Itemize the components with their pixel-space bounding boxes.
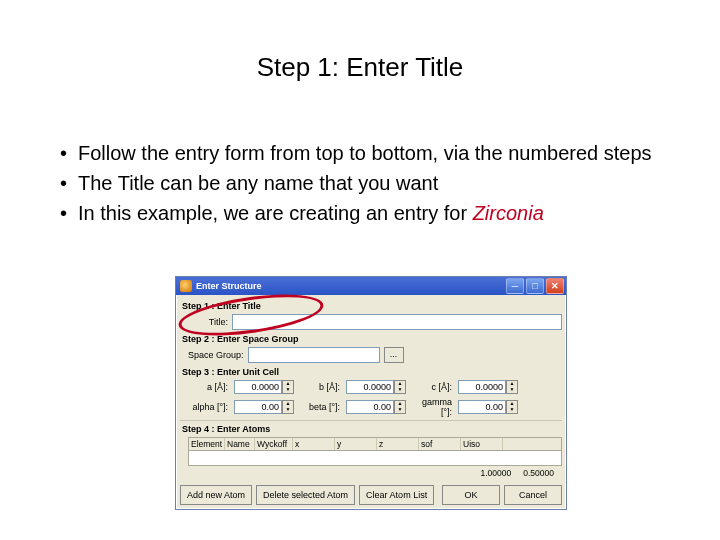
beta-input[interactable]: 0.00▲▼ — [346, 400, 406, 414]
col-wyckoff[interactable]: Wyckoff — [255, 438, 293, 450]
step2-label: Step 2 : Enter Space Group — [182, 334, 562, 344]
b-label: b [Å]: — [300, 382, 340, 392]
default-uiso: 0.50000 — [523, 468, 554, 478]
title-input[interactable] — [232, 314, 562, 330]
slide-title: Step 1: Enter Title — [0, 52, 720, 83]
col-y[interactable]: y — [335, 438, 377, 450]
spacegroup-browse-button[interactable]: ... — [384, 347, 404, 363]
b-input[interactable]: 0.0000▲▼ — [346, 380, 406, 394]
step4-label: Step 4 : Enter Atoms — [182, 424, 562, 434]
app-window: Enter Structure ─ □ ✕ Step 1 : Enter Tit… — [175, 276, 567, 510]
maximize-button[interactable]: □ — [526, 278, 544, 294]
minimize-button[interactable]: ─ — [506, 278, 524, 294]
gamma-label: gamma [°]: — [412, 397, 452, 417]
bullet-2: The Title can be any name that you want — [60, 170, 660, 196]
col-sof[interactable]: sof — [419, 438, 461, 450]
bullet-3: In this example, we are creating an entr… — [60, 200, 660, 226]
clear-atoms-button[interactable]: Clear Atom List — [359, 485, 434, 505]
beta-label: beta [°]: — [300, 402, 340, 412]
atoms-table-header: Element Name Wyckoff x y z sof Uiso — [188, 437, 562, 451]
step3-label: Step 3 : Enter Unit Cell — [182, 367, 562, 377]
gamma-input[interactable]: 0.00▲▼ — [458, 400, 518, 414]
bullet-1: Follow the entry form from top to bottom… — [60, 140, 660, 166]
title-field-label: Title: — [198, 317, 228, 327]
ok-button[interactable]: OK — [442, 485, 500, 505]
step1-label: Step 1 : Enter Title — [182, 301, 562, 311]
c-label: c [Å]: — [412, 382, 452, 392]
col-name[interactable]: Name — [225, 438, 255, 450]
window-title: Enter Structure — [196, 281, 262, 291]
col-z[interactable]: z — [377, 438, 419, 450]
col-element[interactable]: Element — [189, 438, 225, 450]
c-input[interactable]: 0.0000▲▼ — [458, 380, 518, 394]
default-sof: 1.00000 — [481, 468, 512, 478]
delete-atom-button[interactable]: Delete selected Atom — [256, 485, 355, 505]
a-label: a [Å]: — [188, 382, 228, 392]
col-uiso[interactable]: Uiso — [461, 438, 503, 450]
spacegroup-input[interactable] — [248, 347, 380, 363]
close-button[interactable]: ✕ — [546, 278, 564, 294]
alpha-input[interactable]: 0.00▲▼ — [234, 400, 294, 414]
a-input[interactable]: 0.0000▲▼ — [234, 380, 294, 394]
bullet-3-text: In this example, we are creating an entr… — [78, 202, 473, 224]
bullet-3-emphasis: Zirconia — [473, 202, 544, 224]
app-icon — [180, 280, 192, 292]
atoms-table-body[interactable] — [188, 451, 562, 466]
col-x[interactable]: x — [293, 438, 335, 450]
alpha-label: alpha [°]: — [188, 402, 228, 412]
add-atom-button[interactable]: Add new Atom — [180, 485, 252, 505]
window-titlebar[interactable]: Enter Structure ─ □ ✕ — [176, 277, 566, 295]
spacegroup-field-label: Space Group: — [188, 350, 244, 360]
cancel-button[interactable]: Cancel — [504, 485, 562, 505]
bullet-list: Follow the entry form from top to bottom… — [40, 140, 660, 230]
